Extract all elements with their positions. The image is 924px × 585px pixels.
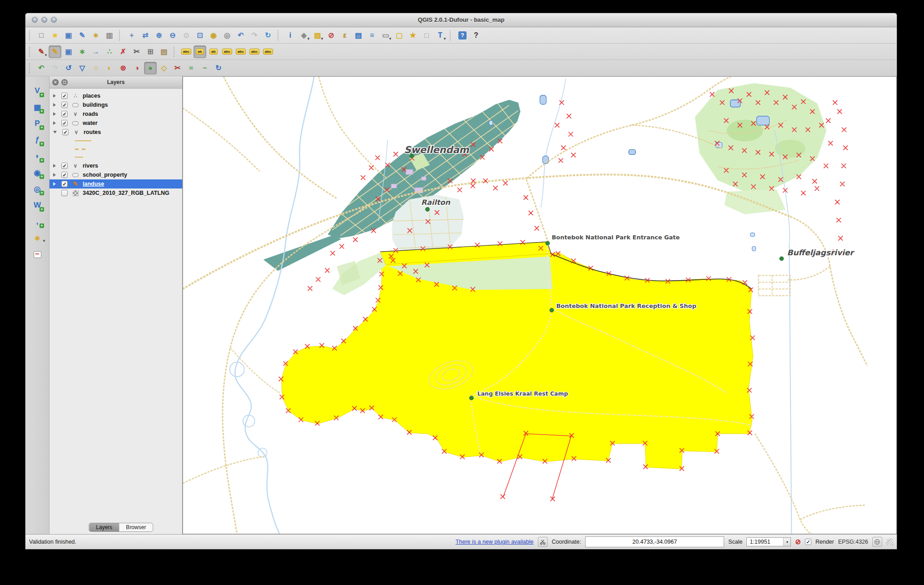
title-bar[interactable]: QGIS 2.0.1-Dufour - basic_map <box>25 13 897 27</box>
labeling[interactable]: abc <box>180 45 193 58</box>
rotate-point-symbols[interactable]: ↻ <box>212 62 225 74</box>
add-ring[interactable]: ○ <box>89 62 102 74</box>
undo[interactable]: ↶ <box>35 62 48 74</box>
layer-item-places[interactable]: ✓∴places <box>50 91 182 100</box>
add-wms-layer[interactable]: ◉+ <box>30 166 45 179</box>
cut-features[interactable]: ✂ <box>130 45 143 58</box>
zoom-to-selection[interactable]: ◉ <box>207 29 220 42</box>
add-mssql-layer[interactable]: ◗+ <box>30 149 45 163</box>
zoom-last[interactable]: ↶ <box>234 29 247 42</box>
simplify-feature[interactable]: ▽ <box>76 62 89 74</box>
fill-ring[interactable]: ● <box>144 62 157 74</box>
remove-layer[interactable]: − <box>30 248 45 261</box>
add-vector-layer[interactable]: V+ <box>30 84 45 98</box>
add-spatialite-layer[interactable]: ƒ+ <box>30 133 45 147</box>
scale-combobox[interactable]: 1:19951 ▼ <box>746 537 791 546</box>
pan-to-selection[interactable]: ⇄ <box>139 29 152 42</box>
layer-item-school_property[interactable]: ✓school_property <box>50 170 182 179</box>
add-postgis-layer[interactable]: P+ <box>30 117 45 130</box>
reshape-features[interactable]: ◇ <box>158 62 170 74</box>
paste-features[interactable]: ▤ <box>158 45 170 58</box>
layer-item-landuse[interactable]: ✓✎landuse <box>50 179 182 188</box>
expand-arrow-icon[interactable] <box>53 121 56 125</box>
refresh-map[interactable]: ↻ <box>262 29 274 42</box>
save-layer-edits[interactable]: ▣ <box>62 45 75 58</box>
delete-selected[interactable]: ✗ <box>117 45 129 58</box>
rotate-feature[interactable]: ↺ <box>62 62 75 74</box>
zoom-out[interactable]: ⊖ <box>166 29 179 42</box>
open-attribute-table[interactable]: ▤ <box>352 29 365 42</box>
add-oracle-layer[interactable]: ,+ <box>30 215 45 228</box>
run-feature-action[interactable]: ◈▼ <box>298 29 310 42</box>
node-tool[interactable]: ∴ <box>103 45 116 58</box>
deselect-features[interactable]: ⊘ <box>325 29 338 42</box>
pan-map[interactable]: + <box>125 29 138 42</box>
open-project[interactable]: ■ <box>49 29 61 42</box>
layer-item-water[interactable]: ✓water <box>50 119 182 128</box>
expand-arrow-icon[interactable] <box>53 164 56 168</box>
field-calculator[interactable]: ≡ <box>366 29 378 42</box>
offset-curve[interactable]: ~ <box>199 62 211 74</box>
new-project[interactable]: □ <box>35 29 48 42</box>
highlight-pinned-labels[interactable]: ab <box>207 45 220 58</box>
add-wcs-layer[interactable]: ◎+ <box>30 182 45 196</box>
layer-visibility-checkbox[interactable]: ✓ <box>61 93 68 99</box>
show-bookmarks[interactable]: □ <box>420 29 433 42</box>
expand-arrow-icon[interactable] <box>53 173 56 177</box>
layer-visibility-checkbox[interactable]: ✓ <box>61 181 68 187</box>
panel-tab-browser[interactable]: Browser <box>119 523 153 531</box>
new-shapefile-layer[interactable]: ∗▼ <box>30 231 45 245</box>
layer-item-buildings[interactable]: ✓buildings <box>50 100 182 109</box>
layer-item-3420C_2010_327_RGB_LATLNG[interactable]: 3420C_2010_327_RGB_LATLNG <box>50 188 182 198</box>
expand-arrow-icon[interactable] <box>53 112 56 116</box>
split-features[interactable]: ✂ <box>171 62 184 74</box>
new-bookmark[interactable]: ★ <box>407 29 419 42</box>
resize-grip[interactable] <box>886 539 893 545</box>
composer-manager[interactable]: ▥ <box>103 29 116 42</box>
rotate-label[interactable]: abc <box>248 45 261 58</box>
collapse-arrow-icon[interactable] <box>53 131 57 134</box>
whats-this[interactable]: ? <box>470 29 482 42</box>
split-parts[interactable]: ≈ <box>185 62 198 74</box>
delete-ring[interactable]: ⊗ <box>117 62 129 74</box>
layer-visibility-checkbox[interactable]: ✓ <box>61 163 68 169</box>
layer-visibility-checkbox[interactable]: ✓ <box>61 111 68 117</box>
plugin-available-link[interactable]: There is a new plugin available <box>456 539 534 545</box>
change-label[interactable]: abc <box>262 45 274 58</box>
copy-features[interactable]: ⊞ <box>144 45 157 58</box>
toggle-editing[interactable]: ✎ <box>49 45 61 58</box>
expand-arrow-icon[interactable] <box>53 103 56 107</box>
layer-visibility-checkbox[interactable]: ✓ <box>61 102 68 108</box>
redo[interactable]: ↷ <box>49 62 61 74</box>
layer-item-rivers[interactable]: ✓∨rivers <box>50 161 182 170</box>
render-checkbox[interactable]: ✓ <box>805 539 811 545</box>
scale-dropdown-icon[interactable]: ▼ <box>783 538 790 546</box>
zoom-next[interactable]: ↷ <box>248 29 261 42</box>
map-canvas[interactable]: SwellendamRailtonBontebok National Park … <box>183 76 897 534</box>
text-annotation[interactable]: T▼ <box>434 29 447 42</box>
measure[interactable]: ▭▼ <box>379 29 392 42</box>
zoom-in[interactable]: ⊕ <box>153 29 165 42</box>
layer-visibility-checkbox[interactable] <box>61 190 68 196</box>
help[interactable]: ? <box>456 29 469 42</box>
current-edits[interactable]: ✎▼ <box>35 45 48 58</box>
plugin-icon[interactable] <box>538 537 548 547</box>
move-feature[interactable]: → <box>89 45 102 58</box>
panel-tab-layers[interactable]: Layers <box>89 523 119 531</box>
select-by-expression[interactable]: ε <box>338 29 351 42</box>
zoom-native[interactable]: ⊙ <box>180 29 193 42</box>
stop-render-icon[interactable]: ⊘ <box>795 538 801 546</box>
zoom-full[interactable]: ⊡ <box>194 29 206 42</box>
show-hide-labels[interactable]: abc <box>221 45 233 58</box>
layer-visibility-checkbox[interactable]: ✓ <box>61 172 68 178</box>
add-feature[interactable]: ∗ <box>76 45 89 58</box>
layer-visibility-checkbox[interactable]: ✓ <box>62 129 69 135</box>
layer-item-roads[interactable]: ✓∨roads <box>50 109 182 119</box>
layer-visibility-checkbox[interactable]: ✓ <box>61 120 68 126</box>
coordinate-input[interactable] <box>585 536 724 547</box>
save-project-as[interactable]: ✎ <box>76 29 89 42</box>
zoom-to-layer[interactable]: ◎ <box>221 29 233 42</box>
map-tips[interactable]: ▢ <box>393 29 406 42</box>
move-label[interactable]: abc <box>234 45 247 58</box>
expand-arrow-icon[interactable] <box>53 182 56 186</box>
